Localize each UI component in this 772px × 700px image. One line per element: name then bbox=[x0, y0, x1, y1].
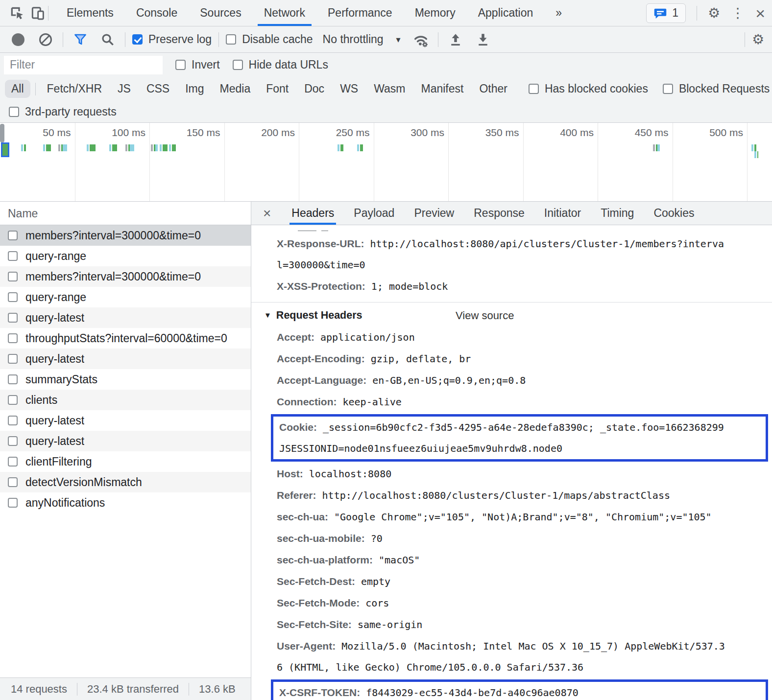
disable-cache-checkbox[interactable] bbox=[226, 34, 236, 45]
disable-cache-toggle[interactable]: Disable cache bbox=[226, 33, 313, 46]
detail-tab-timing[interactable]: Timing bbox=[601, 202, 634, 225]
request-checkbox[interactable] bbox=[8, 374, 18, 384]
hide-data-urls-toggle[interactable]: Hide data URLs bbox=[233, 58, 328, 71]
type-filter-wasm[interactable]: Wasm bbox=[367, 80, 411, 98]
filter-funnel-icon[interactable] bbox=[70, 29, 91, 50]
request-row[interactable]: query-latest bbox=[0, 349, 251, 369]
type-filter-ws[interactable]: WS bbox=[334, 80, 364, 98]
close-devtools-icon[interactable]: × bbox=[755, 5, 765, 22]
network-overview-timeline[interactable]: 50 ms100 ms150 ms200 ms250 ms300 ms350 m… bbox=[0, 123, 772, 202]
inspect-element-icon[interactable] bbox=[7, 3, 27, 23]
selected-request-bar[interactable] bbox=[1, 142, 9, 157]
request-row[interactable]: summaryStats bbox=[0, 369, 251, 390]
request-row[interactable]: query-range bbox=[0, 246, 251, 266]
waterfall-bar[interactable] bbox=[21, 144, 26, 151]
search-icon[interactable] bbox=[97, 29, 118, 50]
device-toolbar-icon[interactable] bbox=[27, 3, 48, 23]
request-row[interactable]: query-latest bbox=[0, 410, 251, 431]
waterfall-bar[interactable] bbox=[357, 144, 363, 151]
type-filter-font[interactable]: Font bbox=[260, 80, 295, 98]
type-filter-media[interactable]: Media bbox=[214, 80, 257, 98]
type-filter-doc[interactable]: Doc bbox=[298, 80, 331, 98]
invert-checkbox[interactable] bbox=[175, 60, 186, 70]
settings-gear-icon[interactable]: ⚙ bbox=[708, 6, 720, 20]
tab-network[interactable]: Network bbox=[253, 0, 316, 26]
tab-memory[interactable]: Memory bbox=[404, 0, 467, 26]
export-har-icon[interactable] bbox=[473, 29, 493, 50]
hide-data-urls-checkbox[interactable] bbox=[233, 60, 243, 70]
request-checkbox[interactable] bbox=[8, 313, 18, 323]
request-row[interactable]: query-latest bbox=[0, 431, 251, 451]
request-row[interactable]: members?interval=300000&time=0 bbox=[0, 225, 251, 246]
filter-input[interactable] bbox=[4, 56, 163, 74]
waterfall-bar[interactable] bbox=[754, 151, 758, 158]
request-row[interactable]: detectVersionMismatch bbox=[0, 472, 251, 492]
type-filter-img[interactable]: Img bbox=[179, 80, 210, 98]
has-blocked-cookies-toggle[interactable]: Has blocked cookies bbox=[529, 82, 648, 95]
detail-tab-cookies[interactable]: Cookies bbox=[653, 202, 694, 225]
name-column-header[interactable]: Name bbox=[0, 202, 251, 225]
request-row[interactable]: anyNotifications bbox=[0, 492, 251, 513]
network-settings-gear-icon[interactable]: ⚙ bbox=[752, 33, 764, 47]
detail-tab-preview[interactable]: Preview bbox=[414, 202, 454, 225]
waterfall-bar[interactable] bbox=[109, 144, 117, 151]
detail-tab-initiator[interactable]: Initiator bbox=[544, 202, 581, 225]
section-title[interactable]: Request Headers bbox=[276, 309, 362, 321]
request-checkbox[interactable] bbox=[8, 395, 18, 405]
has-blocked-cookies-checkbox[interactable] bbox=[529, 84, 539, 94]
more-options-icon[interactable]: ⋮ bbox=[731, 6, 745, 20]
type-filter-fetch-xhr[interactable]: Fetch/XHR bbox=[41, 80, 108, 98]
third-party-checkbox[interactable] bbox=[9, 107, 19, 117]
type-filter-other[interactable]: Other bbox=[473, 80, 514, 98]
request-checkbox[interactable] bbox=[8, 231, 18, 240]
request-row[interactable]: query-latest bbox=[0, 307, 251, 328]
waterfall-bar[interactable] bbox=[338, 144, 343, 151]
waterfall-bar[interactable] bbox=[160, 144, 168, 151]
blocked-requests-toggle[interactable]: Blocked Requests bbox=[663, 82, 770, 95]
tab-application[interactable]: Application bbox=[467, 0, 545, 26]
invert-toggle[interactable]: Invert bbox=[175, 58, 220, 71]
request-row[interactable]: clientFiltering bbox=[0, 451, 251, 472]
tab-performance[interactable]: Performance bbox=[316, 0, 404, 26]
request-row[interactable]: query-range bbox=[0, 287, 251, 307]
preserve-log-checkbox[interactable] bbox=[132, 34, 143, 45]
import-har-icon[interactable] bbox=[445, 29, 466, 50]
request-checkbox[interactable] bbox=[8, 477, 18, 487]
type-filter-js[interactable]: JS bbox=[111, 80, 137, 98]
preserve-log-toggle[interactable]: Preserve log bbox=[132, 33, 212, 46]
type-filter-css[interactable]: CSS bbox=[140, 80, 176, 98]
waterfall-bar[interactable] bbox=[87, 144, 96, 151]
tab-elements[interactable]: Elements bbox=[55, 0, 125, 26]
request-checkbox[interactable] bbox=[8, 292, 18, 302]
record-network-log-button[interactable] bbox=[12, 33, 24, 46]
waterfall-bar[interactable] bbox=[751, 144, 756, 151]
request-checkbox[interactable] bbox=[8, 416, 18, 425]
type-filter-all[interactable]: All bbox=[5, 80, 30, 98]
request-checkbox[interactable] bbox=[8, 272, 18, 281]
type-filter-manifest[interactable]: Manifest bbox=[415, 80, 470, 98]
clear-network-log-icon[interactable] bbox=[39, 33, 52, 46]
more-tabs-icon[interactable]: » bbox=[544, 0, 573, 26]
throttling-select[interactable]: No throttling ▾ bbox=[320, 33, 404, 46]
detail-tab-payload[interactable]: Payload bbox=[354, 202, 394, 225]
waterfall-bar[interactable] bbox=[653, 144, 660, 151]
blocked-requests-checkbox[interactable] bbox=[663, 84, 673, 94]
request-checkbox[interactable] bbox=[8, 354, 18, 364]
request-checkbox[interactable] bbox=[8, 436, 18, 446]
overview-drag-handle[interactable] bbox=[0, 124, 4, 142]
waterfall-bar[interactable] bbox=[169, 144, 176, 151]
request-checkbox[interactable] bbox=[8, 333, 18, 343]
request-row[interactable]: throughputStats?interval=60000&time=0 bbox=[0, 328, 251, 349]
tab-sources[interactable]: Sources bbox=[189, 0, 252, 26]
waterfall-bar[interactable] bbox=[58, 144, 67, 151]
request-checkbox[interactable] bbox=[8, 498, 18, 508]
request-checkbox[interactable] bbox=[8, 457, 18, 467]
waterfall-bar[interactable] bbox=[43, 144, 51, 151]
view-source-link[interactable]: View source bbox=[456, 309, 514, 322]
request-row[interactable]: members?interval=300000&time=0 bbox=[0, 266, 251, 287]
waterfall-bar[interactable] bbox=[125, 144, 134, 151]
detail-tab-response[interactable]: Response bbox=[474, 202, 525, 225]
request-checkbox[interactable] bbox=[8, 251, 18, 261]
request-row[interactable]: clients bbox=[0, 390, 251, 410]
issues-badge[interactable]: 1 bbox=[646, 3, 686, 23]
